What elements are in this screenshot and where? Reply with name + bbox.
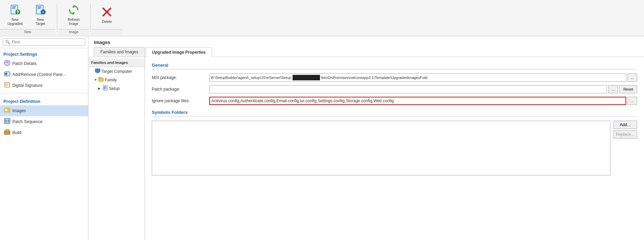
patch-input[interactable] <box>209 85 607 93</box>
sidebar-item-patch-sequence[interactable]: Patch Sequence <box>0 116 88 127</box>
msi-path-container: B:\SetupBuilder\agent\_setup\15\s\Server… <box>209 74 626 82</box>
symbols-buttons: Add... Replace... <box>613 121 637 175</box>
svg-rect-7 <box>37 8 41 9</box>
svg-rect-28 <box>95 69 100 72</box>
svg-rect-34 <box>104 86 106 87</box>
patch-details-label: Patch Details <box>12 61 37 66</box>
refresh-image-label: Refresh Image <box>67 18 79 26</box>
setup-icon <box>102 85 108 92</box>
main-container: 🔍 Project Settings Patch Details Add/Rem… <box>0 36 644 240</box>
toolbar-buttons-delete: Delete <box>92 1 122 29</box>
replace-button[interactable]: Replace... <box>613 130 637 138</box>
symbols-section: Symbols Folders Add... Replace... <box>152 110 637 175</box>
family-label: Family <box>105 78 117 82</box>
ignore-package-row: Ignore package files: ... <box>152 97 637 105</box>
svg-rect-23 <box>5 121 7 122</box>
msi-label: MSI package: <box>152 75 207 80</box>
svg-rect-24 <box>8 121 9 122</box>
digital-signature-icon <box>4 82 10 89</box>
svg-rect-30 <box>96 73 99 73</box>
new-upgraded-svg <box>10 4 21 15</box>
delete-label: Delete <box>102 20 112 24</box>
sidebar: 🔍 Project Settings Patch Details Add/Rem… <box>0 36 88 240</box>
new-target-label: New Target <box>36 18 45 26</box>
search-icon: 🔍 <box>5 40 10 44</box>
project-settings-title: Project Settings <box>0 48 88 58</box>
ignore-input[interactable] <box>209 97 626 105</box>
new-upgraded-icon <box>10 4 21 17</box>
content-area: Images Families and Images Upgraded Imag… <box>88 36 644 240</box>
add-button[interactable]: Add... <box>613 121 637 129</box>
expand-icon-family: ▼ <box>94 78 97 82</box>
family-icon <box>98 77 104 83</box>
msi-browse-button[interactable]: ... <box>628 74 637 82</box>
content-title: Images <box>94 40 639 45</box>
setup-label: Setup <box>109 86 120 91</box>
ignore-input-group: ... <box>209 97 637 105</box>
new-target-button[interactable]: + New Target <box>28 3 53 28</box>
search-box: 🔍 <box>3 38 85 46</box>
properties-panel: General MSI package: B:\SetupBuilder\age… <box>145 57 644 240</box>
tree-item-target-computer[interactable]: Target Computer <box>88 67 145 76</box>
patch-reset-button[interactable]: Reset <box>619 85 637 93</box>
target-computer-icon <box>95 68 100 75</box>
build-icon <box>4 129 10 136</box>
symbols-box: Add... Replace... <box>152 121 637 175</box>
patch-browse-button[interactable]: ... <box>608 85 618 93</box>
svg-rect-19 <box>5 109 7 111</box>
target-computer-label: Target Computer <box>101 69 132 74</box>
svg-rect-6 <box>37 6 41 7</box>
sidebar-item-build[interactable]: Build <box>0 127 88 138</box>
patch-details-icon <box>4 60 10 67</box>
add-remove-icon <box>4 71 10 78</box>
svg-rect-1 <box>12 6 16 7</box>
panel-container: Families and Images Target Computer ▼ Fa… <box>88 57 644 240</box>
tab-upgraded-image-properties[interactable]: Upgraded Image Properties <box>146 48 212 57</box>
patch-package-row: Patch package: ... Reset <box>152 85 637 93</box>
build-label: Build <box>12 130 22 135</box>
msi-package-row: MSI package: B:\SetupBuilder\agent\_setu… <box>152 74 637 82</box>
toolbar-separator-1 <box>57 4 57 32</box>
sidebar-item-images[interactable]: Images <box>0 105 88 116</box>
msi-path-end: \bin\OnPremises\netcoreapp3.1\Template\U… <box>320 76 428 80</box>
msi-path-redacted <box>293 75 320 80</box>
new-target-svg: + <box>35 4 46 15</box>
tree-item-setup[interactable]: ▶ Setup <box>88 84 145 93</box>
svg-rect-36 <box>104 89 106 89</box>
images-icon <box>4 107 10 115</box>
ignore-browse-button[interactable]: ... <box>628 97 637 105</box>
svg-rect-2 <box>12 8 15 9</box>
svg-rect-21 <box>5 120 7 121</box>
search-input[interactable] <box>12 40 83 44</box>
toolbar: New Upgraded + New Target <box>0 0 644 36</box>
svg-text:+: + <box>42 10 44 14</box>
tab-families-images[interactable]: Families and Images <box>94 47 145 57</box>
svg-point-12 <box>4 60 10 66</box>
tree-item-family[interactable]: ▼ Family <box>88 76 145 84</box>
patch-label: Patch package: <box>152 87 207 92</box>
toolbar-group-delete-label <box>92 29 122 35</box>
sidebar-item-add-remove[interactable]: Add/Remove (Control Pane… <box>0 69 88 80</box>
delete-button[interactable]: Delete <box>95 3 119 28</box>
symbols-list[interactable] <box>152 121 610 175</box>
svg-rect-32 <box>99 77 101 79</box>
sidebar-divider <box>0 93 88 93</box>
add-remove-label: Add/Remove (Control Pane… <box>12 72 67 77</box>
refresh-image-button[interactable]: Refresh Image <box>61 3 86 28</box>
refresh-icon <box>68 4 79 17</box>
svg-rect-20 <box>4 118 10 124</box>
svg-rect-27 <box>6 129 9 131</box>
new-upgraded-button[interactable]: New Upgraded <box>3 3 27 28</box>
toolbar-group-delete: Delete <box>92 1 122 35</box>
svg-rect-22 <box>8 120 9 121</box>
svg-rect-35 <box>104 88 107 88</box>
patch-input-group: ... Reset <box>209 85 637 93</box>
sidebar-item-patch-details[interactable]: Patch Details <box>0 58 88 69</box>
content-header: Images Families and Images Upgraded Imag… <box>88 36 644 57</box>
svg-rect-14 <box>5 73 7 75</box>
sidebar-item-digital-signature[interactable]: Digital Signature <box>0 80 88 91</box>
patch-sequence-label: Patch Sequence <box>12 119 42 124</box>
msi-path-start: B:\SetupBuilder\agent\_setup\15\s\Server… <box>210 76 293 80</box>
msi-input-group: B:\SetupBuilder\agent\_setup\15\s\Server… <box>209 74 637 82</box>
toolbar-buttons-image: Refresh Image <box>59 1 89 29</box>
